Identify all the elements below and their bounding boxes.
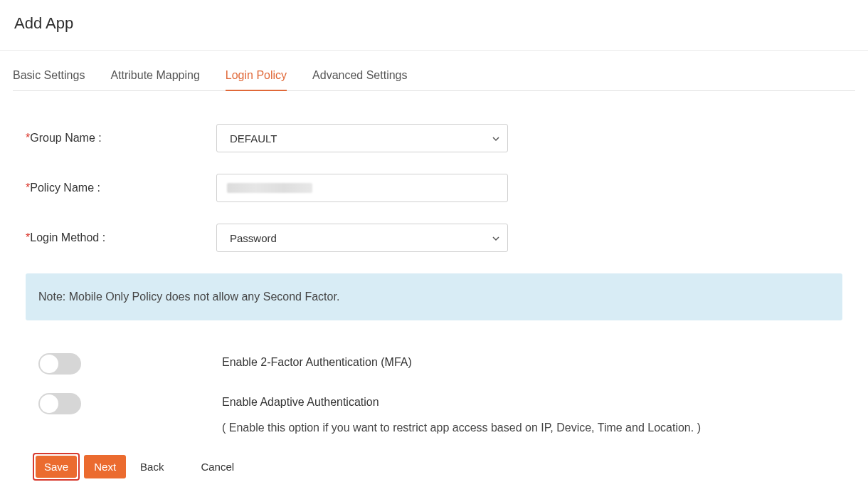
page-header: Add App [0,0,868,51]
page-title: Add App [14,14,854,33]
toggle-col-adaptive [38,393,222,414]
label-policy-name: *Policy Name : [26,182,216,194]
row-group-name: *Group Name : DEFAULT [26,124,842,152]
next-button[interactable]: Next [84,455,126,478]
select-group-name[interactable]: DEFAULT [216,124,508,152]
toggle-knob [40,394,58,413]
obscured-value [227,183,312,193]
chevron-down-icon [492,135,499,142]
input-policy-name[interactable] [216,174,508,202]
tab-login-policy[interactable]: Login Policy [226,69,287,90]
select-login-method-value: Password [230,232,277,244]
form-area: *Group Name : DEFAULT *Policy Name : [13,91,855,488]
tab-attribute-mapping[interactable]: Attribute Mapping [110,69,199,90]
label-login-method: *Login Method : [26,231,216,244]
save-button[interactable]: Save [36,456,77,478]
note-box: Note: Mobile Only Policy does not allow … [26,273,842,320]
toggle-label-adaptive: Enable Adaptive Authentication [222,393,842,409]
select-login-method[interactable]: Password [216,224,508,252]
control-group-name: DEFAULT [216,124,508,152]
button-bar: Save Next Back Cancel [26,446,842,488]
tab-bar: Basic Settings Attribute Mapping Login P… [13,51,855,91]
toggle-mfa[interactable] [38,353,81,375]
toggle-sublabel-adaptive: ( Enable this option if you want to rest… [222,422,842,434]
save-highlight: Save [33,453,80,481]
row-policy-name: *Policy Name : [26,174,842,202]
tab-advanced-settings[interactable]: Advanced Settings [312,69,407,90]
label-group-name: *Group Name : [26,132,216,145]
back-button[interactable]: Back [130,455,174,478]
toggle-desc-adaptive: Enable Adaptive Authentication ( Enable … [222,393,842,434]
content-area: Basic Settings Attribute Mapping Login P… [0,51,868,488]
row-mfa-toggle: Enable 2-Factor Authentication (MFA) [26,353,842,375]
toggle-knob [40,355,58,373]
chevron-down-icon [492,234,499,241]
select-group-name-value: DEFAULT [230,132,277,145]
control-login-method: Password [216,224,508,252]
toggle-col-mfa [38,353,222,375]
toggle-adaptive[interactable] [38,393,81,414]
control-policy-name [216,174,508,202]
row-adaptive-toggle: Enable Adaptive Authentication ( Enable … [26,393,842,434]
tab-basic-settings[interactable]: Basic Settings [13,69,85,90]
toggle-label-mfa: Enable 2-Factor Authentication (MFA) [222,353,842,369]
cancel-button[interactable]: Cancel [191,455,244,478]
toggle-desc-mfa: Enable 2-Factor Authentication (MFA) [222,353,842,369]
row-login-method: *Login Method : Password [26,224,842,252]
